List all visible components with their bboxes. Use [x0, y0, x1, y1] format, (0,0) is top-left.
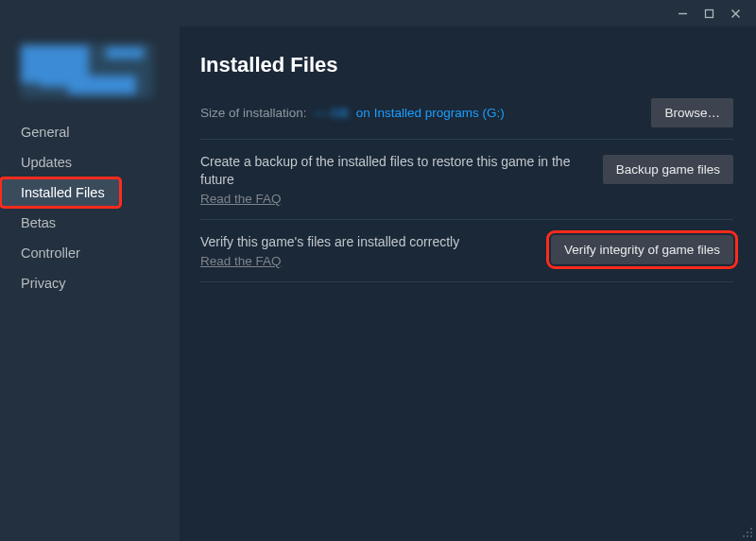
divider	[200, 281, 733, 282]
backup-desc-text: Create a backup of the installed files t…	[200, 154, 570, 187]
verify-row: Verify this game's files are installed c…	[200, 233, 733, 281]
backup-button[interactable]: Backup game files	[603, 155, 733, 184]
install-size-value: — GB	[310, 106, 352, 120]
verify-integrity-button[interactable]: Verify integrity of game files	[551, 235, 733, 264]
sidebar-item-updates[interactable]: Updates	[0, 147, 180, 178]
resize-grip[interactable]	[741, 526, 754, 539]
sidebar: General Updates Installed Files Betas Co…	[0, 26, 180, 541]
install-size-text: Size of installation: — GB on Installed …	[200, 106, 505, 120]
sidebar-item-betas[interactable]: Betas	[0, 208, 180, 238]
close-button[interactable]	[722, 2, 748, 25]
verify-desc-text: Verify this game's files are installed c…	[200, 234, 459, 249]
page-title: Installed Files	[200, 53, 733, 77]
minimize-button[interactable]	[669, 2, 696, 25]
sidebar-item-controller[interactable]: Controller	[0, 238, 180, 268]
sidebar-nav: General Updates Installed Files Betas Co…	[0, 117, 180, 298]
sidebar-item-privacy[interactable]: Privacy	[0, 268, 180, 298]
svg-point-5	[750, 532, 752, 533]
svg-point-9	[743, 535, 745, 537]
backup-row: Create a backup of the installed files t…	[200, 153, 733, 219]
main-panel: Installed Files Size of installation: — …	[180, 26, 756, 541]
svg-point-8	[747, 535, 748, 537]
svg-rect-1	[705, 9, 713, 17]
svg-point-6	[747, 532, 748, 533]
install-size-label: Size of installation:	[200, 106, 307, 120]
game-artwork	[21, 43, 153, 98]
backup-faq-link[interactable]: Read the FAQ	[200, 191, 282, 208]
body: General Updates Installed Files Betas Co…	[0, 26, 756, 541]
verify-faq-link[interactable]: Read the FAQ	[200, 253, 282, 270]
sidebar-item-general[interactable]: General	[0, 117, 180, 147]
backup-desc: Create a backup of the installed files t…	[200, 153, 586, 208]
install-size-row: Size of installation: — GB on Installed …	[200, 98, 733, 127]
divider	[200, 219, 733, 220]
browse-button[interactable]: Browse…	[651, 98, 733, 127]
maximize-button[interactable]	[696, 2, 722, 25]
install-size-location[interactable]: on Installed programs (G:)	[356, 106, 505, 120]
divider	[200, 139, 733, 140]
game-header	[0, 26, 180, 117]
svg-point-4	[750, 528, 752, 530]
sidebar-item-installed-files[interactable]: Installed Files	[0, 178, 121, 208]
verify-desc: Verify this game's files are installed c…	[200, 233, 534, 270]
properties-window: General Updates Installed Files Betas Co…	[0, 0, 756, 541]
svg-point-7	[750, 535, 752, 537]
titlebar	[0, 0, 756, 26]
